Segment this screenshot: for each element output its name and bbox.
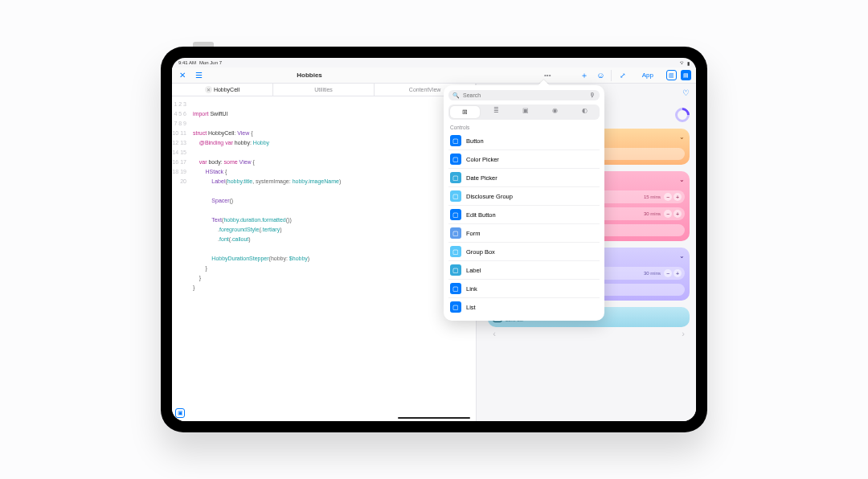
task-duration: 30 mins [644,271,661,276]
task-duration: 15 mins [644,194,661,199]
canvas-settings-button[interactable]: ▥ [666,70,677,80]
library-segment[interactable]: ⊞ ≣ ▣ ◉ ◐ [448,104,600,120]
code-area[interactable]: 1 2 3 4 5 6 7 8 9 10 11 12 13 14 15 16 1… [172,96,476,421]
home-indicator[interactable] [398,417,470,420]
library-popover: 🔍 🎙 ⊞ ≣ ▣ ◉ ◐ Controls ▢Button▢Color Pic… [444,85,604,321]
section-label: Controls [450,125,598,130]
tab-label: ContentView [409,87,441,92]
library-item-label: Date Picker [466,174,497,182]
main-content: ✕ HobbyCell Utilities ContentView 1 2 3 … [172,84,696,421]
library-item-label: List [466,304,476,311]
control-icon: ▢ [450,190,461,202]
seg-colors-icon[interactable]: ◐ [570,104,600,120]
minus-button[interactable]: − [664,210,672,218]
tab-utilities[interactable]: Utilities [273,84,375,96]
status-bar: 9:41 AM Mon Jun 7 ᯤ ▮ [172,58,696,68]
control-icon: ▢ [450,264,461,276]
mic-icon[interactable]: 🎙 [589,92,596,99]
plus-button[interactable]: + [674,210,682,218]
expand-icon[interactable]: ⤢ [620,72,626,80]
library-item[interactable]: ▢Disclosure Group [448,187,600,206]
library-list: ▢Button▢Color Picker▢Date Picker▢Disclos… [448,132,600,316]
library-item[interactable]: ▢Edit Button [448,206,600,224]
run-button[interactable]: ☺ [595,70,606,81]
library-item[interactable]: ▢Label [448,261,600,280]
next-page-button[interactable]: › [682,329,685,338]
seg-media-icon[interactable]: ▣ [511,104,541,120]
minus-button[interactable]: − [664,193,672,201]
status-time: 9:41 AM [178,60,196,65]
tab-hobbycell[interactable]: ✕ HobbyCell [172,84,273,96]
add-library-button[interactable]: ＋ [579,70,590,81]
library-item[interactable]: ▢Date Picker [448,169,600,187]
library-item-label: Link [466,285,477,293]
progress-ring-icon [672,104,692,125]
wifi-icon: ᯤ [680,60,685,65]
control-icon: ▢ [450,172,461,183]
prev-page-button[interactable]: ‹ [493,329,496,338]
search-input[interactable] [463,92,586,98]
console-toggle-button[interactable]: ▣ [175,408,185,418]
library-item-label: Color Picker [466,156,499,163]
library-item-label: Edit Button [466,211,496,219]
code-lines[interactable]: import SwiftUI struct HobbyCell: View { … [190,96,341,421]
plus-button[interactable]: + [674,193,682,201]
minus-button[interactable]: − [664,269,672,277]
search-icon: 🔍 [452,92,460,99]
document-title: Hobbies [172,72,447,79]
control-icon: ▢ [450,154,461,165]
toolbar: ✕ ☰ Hobbies ••• ＋ ☺ ⤢ App ▥ ▤ [172,68,696,84]
control-icon: ▢ [450,283,461,294]
library-item[interactable]: ▢Form [448,224,600,243]
control-icon: ▢ [450,246,461,257]
preview-nav: ‹ › [488,327,690,340]
library-item-label: Disclosure Group [466,193,513,200]
library-item[interactable]: ▢List [448,298,600,316]
battery-icon: ▮ [687,60,690,66]
library-item-label: Form [466,230,481,237]
status-date: Mon Jun 7 [199,60,222,65]
screen: 9:41 AM Mon Jun 7 ᯤ ▮ ✕ ☰ Hobbies ••• ＋ … [172,58,696,421]
ipad-frame: 9:41 AM Mon Jun 7 ᯤ ▮ ✕ ☰ Hobbies ••• ＋ … [161,47,707,432]
library-item[interactable]: ▢Link [448,280,600,298]
library-item[interactable]: ▢Button [448,132,600,150]
seg-views-icon[interactable]: ⊞ [450,106,480,118]
control-icon: ▢ [450,301,461,313]
library-item-label: Button [466,137,484,145]
search-field[interactable]: 🔍 🎙 [448,90,600,100]
close-icon[interactable]: ✕ [205,86,212,93]
library-item-label: Group Box [466,248,495,256]
seg-symbols-icon[interactable]: ◉ [540,104,570,120]
control-icon: ▢ [450,135,461,146]
seg-modifiers-icon[interactable]: ≣ [481,104,511,120]
library-item[interactable]: ▢Color Picker [448,150,600,169]
tab-label: HobbyCell [214,87,240,92]
plus-button[interactable]: + [674,269,682,277]
task-duration: 30 mins [644,211,661,216]
control-icon: ▢ [450,227,461,239]
chevron-down-icon[interactable]: ⌄ [679,252,685,260]
tab-label: Utilities [314,87,333,92]
library-item[interactable]: ▢Group Box [448,243,600,261]
preview-app-label[interactable]: App [642,72,653,79]
editor-tabs: ✕ HobbyCell Utilities ContentView [172,84,476,96]
favorite-button[interactable]: ♡ [682,88,690,97]
line-gutter: 1 2 3 4 5 6 7 8 9 10 11 12 13 14 15 16 1… [172,96,190,421]
device-selector-button[interactable]: ▤ [681,70,691,80]
code-editor: ✕ HobbyCell Utilities ContentView 1 2 3 … [172,84,476,421]
library-item-label: Label [466,267,481,274]
control-icon: ▢ [450,209,461,220]
